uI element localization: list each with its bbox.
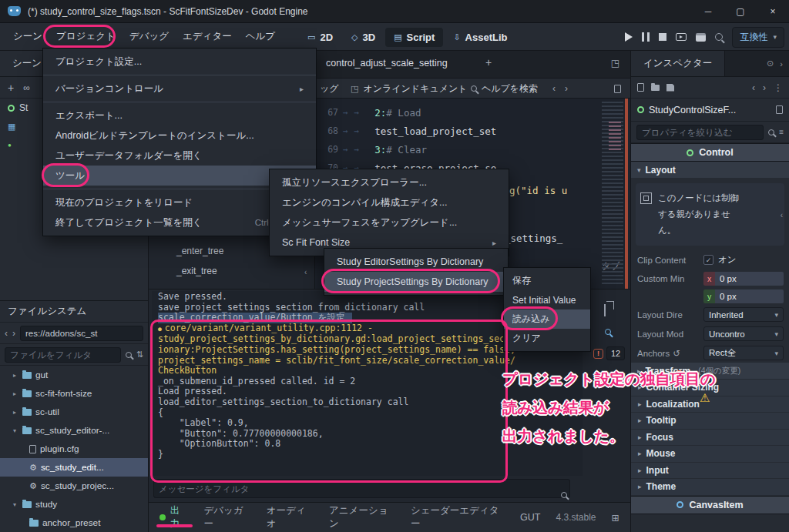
debug-menu-fragment[interactable]: ッグ: [320, 79, 339, 99]
fs-item[interactable]: ▾study: [0, 495, 148, 514]
menu-item-open-user-data-folder[interactable]: ユーザーデータフォルダーを開く: [43, 146, 316, 166]
warning-filter[interactable]: ! 12: [593, 346, 625, 360]
panel-layout-icon[interactable]: ⊞: [612, 512, 619, 524]
log-search-icon[interactable]: [605, 329, 611, 335]
property-filter-input[interactable]: [636, 125, 764, 140]
submenu-arrow-icon: ▸: [283, 85, 304, 93]
category-control[interactable]: Control: [631, 143, 789, 162]
nav-forward-icon[interactable]: ›: [12, 328, 15, 339]
menu-item-export[interactable]: エクスポート...: [43, 105, 316, 125]
maximize-button[interactable]: ▢: [724, 0, 757, 22]
member-item[interactable]: _exit_tree: [149, 262, 314, 280]
new-tab-button[interactable]: +: [485, 56, 492, 69]
inspector-expand-icon[interactable]: ›: [780, 59, 783, 69]
tab-audio[interactable]: オーディオ: [267, 504, 314, 530]
stop-button[interactable]: [659, 33, 666, 41]
anchors-preset-dropdown[interactable]: Rect全 ▾: [703, 346, 784, 360]
renderer-select[interactable]: 互換性 ▾: [732, 27, 784, 48]
workspace-assetlib[interactable]: ⇩AssetLib: [445, 28, 515, 47]
collapse-arrow-icon[interactable]: ▾: [11, 427, 18, 434]
collapse-hint-icon[interactable]: ‹: [781, 210, 783, 219]
play-scene-button[interactable]: [676, 33, 687, 41]
fs-item[interactable]: ▸gut: [0, 366, 148, 384]
menu-help[interactable]: ヘルプ: [239, 26, 282, 47]
inspector-options-icon[interactable]: ⊙: [767, 59, 774, 69]
code-line: 69 →→ 3: # Clear: [315, 140, 630, 159]
expand-arrow-icon[interactable]: ▸: [11, 372, 18, 379]
menu-item-engine-compile-config[interactable]: エンジンのコンパイル構成エディタ...: [270, 192, 509, 212]
menu-item-orphan-resource-explorer[interactable]: 孤立リソースエクスプローラー...: [270, 172, 509, 192]
search-icon: [561, 492, 567, 498]
open-docs-icon[interactable]: [776, 105, 783, 114]
play-button[interactable]: [625, 32, 633, 42]
copy-log-icon[interactable]: [604, 304, 606, 316]
annotation-ring-load: [501, 306, 558, 330]
nav-back-icon[interactable]: ‹: [5, 328, 8, 339]
fs-item[interactable]: anchor_preset: [0, 514, 148, 532]
object-options-icon[interactable]: ⋮: [774, 82, 783, 93]
collapse-arrow-icon[interactable]: ▾: [11, 501, 18, 508]
menu-item-version-control[interactable]: バージョンコントロール▸: [43, 79, 316, 99]
revert-icon[interactable]: ↺: [673, 348, 680, 359]
scrollbar-error-marker[interactable]: [625, 99, 628, 289]
fs-item-selected[interactable]: ⚙sc_study_edit...: [0, 458, 148, 477]
movie-mode-button[interactable]: [696, 33, 706, 42]
fs-item[interactable]: ▾sc_study_editor-...: [0, 421, 148, 440]
menu-debug[interactable]: デバッグ: [123, 26, 176, 47]
sort-icon[interactable]: ⇅: [136, 350, 143, 360]
section-input[interactable]: ▸Input: [631, 463, 789, 480]
path-field[interactable]: res://addons/sc_st: [20, 326, 143, 341]
menu-item-install-android-template[interactable]: Androidビルドテンプレートのインストール...: [43, 125, 316, 146]
menu-item-clear[interactable]: クリア: [504, 329, 590, 348]
history-back-icon[interactable]: ‹: [752, 82, 755, 93]
filter-options-icon[interactable]: ≡: [779, 128, 784, 136]
fs-item[interactable]: ▸sc-fit-font-size: [0, 384, 148, 403]
sidebar-collapse-icon[interactable]: ‹: [304, 268, 307, 276]
online-docs-button[interactable]: ◳ オンラインドキュメント: [351, 79, 468, 99]
tab-shader-editor[interactable]: シェーダーエディター: [411, 504, 505, 530]
close-button[interactable]: ×: [757, 0, 789, 22]
axis-x-value[interactable]: 0 px: [715, 272, 784, 286]
menu-item-project-settings[interactable]: プロジェクト設定...: [43, 52, 316, 72]
axis-y-value[interactable]: 0 px: [715, 289, 784, 303]
workspace-2d[interactable]: ▭2D: [299, 28, 341, 47]
workspace-3d[interactable]: ◇3D: [343, 28, 384, 47]
workspace-script[interactable]: ▤Script: [385, 28, 443, 47]
edited-node-row[interactable]: StudyControlSizeF...: [631, 99, 789, 122]
menu-editor[interactable]: エディター: [176, 26, 239, 47]
tab-debugger[interactable]: デバッガー: [204, 504, 251, 530]
file-filter-input[interactable]: [5, 347, 121, 363]
history-forward-icon[interactable]: ›: [763, 82, 766, 93]
quick-open-icon[interactable]: [715, 33, 723, 41]
tab-inspector[interactable]: インスペクター: [631, 51, 725, 76]
add-node-button[interactable]: +: [8, 82, 14, 94]
load-resource-icon[interactable]: [651, 85, 660, 91]
fs-item[interactable]: ▸sc-util: [0, 403, 148, 421]
docs-book-icon[interactable]: [614, 79, 621, 99]
layout-mode-dropdown[interactable]: Uncontro ▾: [703, 326, 784, 341]
pause-button[interactable]: [642, 32, 650, 42]
checkbox[interactable]: ✓: [703, 255, 713, 265]
minimize-button[interactable]: ─: [692, 0, 724, 22]
menu-item-upgrade-mesh-surfaces[interactable]: メッシュサーフェスをアップグレード...: [270, 212, 509, 233]
expand-arrow-icon[interactable]: ▸: [11, 390, 18, 397]
history-forward-icon[interactable]: ›: [565, 83, 568, 94]
section-layout[interactable]: ▾ Layout: [631, 162, 789, 179]
distraction-free-icon[interactable]: ◳: [611, 58, 619, 69]
tab-animation[interactable]: アニメーション: [329, 504, 395, 530]
history-back-icon[interactable]: ‹: [552, 83, 556, 94]
section-theme[interactable]: ▸Theme: [631, 479, 789, 496]
layout-direction-dropdown[interactable]: Inherited ▾: [703, 307, 784, 322]
category-canvasitem[interactable]: CanvasItem: [631, 496, 789, 514]
menu-item-save[interactable]: 保存: [504, 271, 590, 290]
fs-item[interactable]: ⚙sc_study_projec...: [0, 477, 148, 495]
instance-scene-button[interactable]: ∞: [23, 82, 30, 93]
search-help-button[interactable]: ヘルプを検索: [471, 79, 538, 99]
new-resource-icon[interactable]: [637, 83, 644, 92]
script-tab[interactable]: control_adjust_scale_setting: [326, 58, 448, 69]
fs-item[interactable]: plugin.cfg: [0, 440, 148, 458]
save-resource-icon[interactable]: [666, 84, 674, 92]
tab-gut[interactable]: GUT: [520, 512, 540, 523]
expand-arrow-icon[interactable]: ▸: [11, 409, 18, 416]
prop-anchors: Anchors ↺ Rect全 ▾: [631, 343, 789, 363]
